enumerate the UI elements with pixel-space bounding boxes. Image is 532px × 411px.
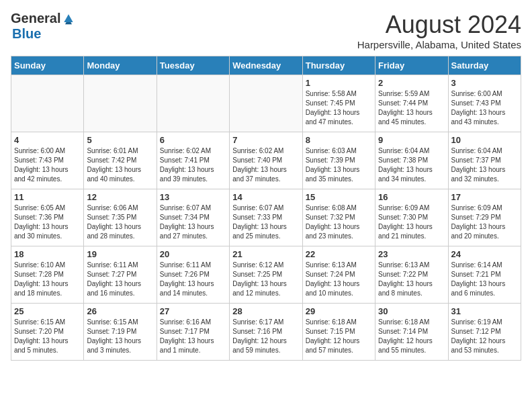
day-number: 19 (87, 249, 153, 259)
page-header: General Blue August 2024 Harpersville, A… (11, 11, 521, 50)
calendar-cell (11, 75, 84, 132)
location: Harpersville, Alabama, United States (357, 39, 521, 50)
day-info: Sunrise: 6:18 AMSunset: 7:15 PMDaylight:… (306, 318, 372, 355)
day-info: Sunrise: 5:59 AMSunset: 7:44 PMDaylight:… (378, 89, 445, 127)
calendar-cell: 17Sunrise: 6:09 AMSunset: 7:29 PMDayligh… (448, 189, 521, 246)
logo-general-text: General (11, 11, 60, 26)
svg-marker-0 (64, 14, 73, 22)
logo-icon (62, 12, 75, 26)
weekday-header-wednesday: Wednesday (230, 56, 302, 75)
calendar-cell: 14Sunrise: 6:07 AMSunset: 7:33 PMDayligh… (230, 189, 302, 246)
calendar-cell: 3Sunrise: 6:00 AMSunset: 7:43 PMDaylight… (448, 75, 521, 132)
weekday-header-thursday: Thursday (302, 56, 375, 75)
day-number: 10 (451, 135, 518, 145)
week-row-5: 25Sunrise: 6:15 AMSunset: 7:20 PMDayligh… (11, 304, 521, 361)
calendar-cell: 15Sunrise: 6:08 AMSunset: 7:32 PMDayligh… (302, 189, 375, 246)
calendar-cell: 5Sunrise: 6:01 AMSunset: 7:42 PMDaylight… (84, 132, 157, 189)
day-number: 9 (378, 135, 445, 145)
weekday-header-row: SundayMondayTuesdayWednesdayThursdayFrid… (11, 56, 521, 75)
day-info: Sunrise: 6:10 AMSunset: 7:28 PMDaylight:… (14, 261, 81, 298)
day-number: 28 (232, 306, 299, 316)
day-number: 1 (306, 78, 372, 88)
svg-marker-1 (65, 22, 72, 24)
day-info: Sunrise: 6:05 AMSunset: 7:36 PMDaylight:… (14, 203, 81, 241)
day-number: 3 (451, 78, 518, 88)
day-info: Sunrise: 6:12 AMSunset: 7:25 PMDaylight:… (232, 261, 299, 298)
day-number: 6 (160, 135, 226, 145)
logo-blue-text: Blue (12, 26, 41, 42)
calendar-cell: 26Sunrise: 6:15 AMSunset: 7:19 PMDayligh… (84, 304, 157, 361)
day-number: 20 (160, 249, 226, 259)
calendar-cell: 23Sunrise: 6:13 AMSunset: 7:22 PMDayligh… (375, 246, 448, 304)
day-number: 16 (378, 192, 445, 202)
day-info: Sunrise: 6:09 AMSunset: 7:30 PMDaylight:… (378, 203, 445, 241)
weekday-header-saturday: Saturday (448, 56, 521, 75)
day-number: 13 (160, 192, 226, 202)
day-number: 8 (306, 135, 372, 145)
weekday-header-tuesday: Tuesday (157, 56, 229, 75)
weekday-header-monday: Monday (84, 56, 157, 75)
day-info: Sunrise: 6:11 AMSunset: 7:27 PMDaylight:… (87, 261, 153, 298)
day-number: 29 (306, 306, 372, 316)
calendar-cell: 7Sunrise: 6:02 AMSunset: 7:40 PMDaylight… (230, 132, 302, 189)
calendar-cell: 24Sunrise: 6:14 AMSunset: 7:21 PMDayligh… (448, 246, 521, 304)
calendar-table: SundayMondayTuesdayWednesdayThursdayFrid… (11, 56, 521, 361)
day-info: Sunrise: 6:04 AMSunset: 7:37 PMDaylight:… (451, 146, 518, 184)
day-info: Sunrise: 6:02 AMSunset: 7:40 PMDaylight:… (232, 146, 299, 184)
week-row-4: 18Sunrise: 6:10 AMSunset: 7:28 PMDayligh… (11, 246, 521, 304)
day-number: 15 (306, 192, 372, 202)
logo: General Blue (11, 11, 75, 42)
day-info: Sunrise: 6:11 AMSunset: 7:26 PMDaylight:… (160, 261, 226, 298)
calendar-cell: 28Sunrise: 6:17 AMSunset: 7:16 PMDayligh… (230, 304, 302, 361)
calendar-cell: 31Sunrise: 6:19 AMSunset: 7:12 PMDayligh… (448, 304, 521, 361)
calendar-cell: 25Sunrise: 6:15 AMSunset: 7:20 PMDayligh… (11, 304, 84, 361)
day-info: Sunrise: 6:04 AMSunset: 7:38 PMDaylight:… (378, 146, 445, 184)
day-number: 12 (87, 192, 153, 202)
day-number: 23 (378, 249, 445, 259)
calendar-cell: 4Sunrise: 6:00 AMSunset: 7:43 PMDaylight… (11, 132, 84, 189)
day-number: 26 (87, 306, 153, 316)
day-number: 5 (87, 135, 153, 145)
day-number: 30 (378, 306, 445, 316)
day-number: 18 (14, 249, 81, 259)
week-row-3: 11Sunrise: 6:05 AMSunset: 7:36 PMDayligh… (11, 189, 521, 246)
month-title: August 2024 (357, 11, 521, 39)
calendar-cell: 13Sunrise: 6:07 AMSunset: 7:34 PMDayligh… (157, 189, 229, 246)
weekday-header-friday: Friday (375, 56, 448, 75)
day-info: Sunrise: 6:13 AMSunset: 7:24 PMDaylight:… (306, 261, 372, 298)
day-info: Sunrise: 6:13 AMSunset: 7:22 PMDaylight:… (378, 261, 445, 298)
weekday-header-sunday: Sunday (11, 56, 84, 75)
calendar-cell: 20Sunrise: 6:11 AMSunset: 7:26 PMDayligh… (157, 246, 229, 304)
day-info: Sunrise: 6:19 AMSunset: 7:12 PMDaylight:… (451, 318, 518, 355)
week-row-2: 4Sunrise: 6:00 AMSunset: 7:43 PMDaylight… (11, 132, 521, 189)
day-info: Sunrise: 5:58 AMSunset: 7:45 PMDaylight:… (306, 89, 372, 127)
day-number: 11 (14, 192, 81, 202)
day-info: Sunrise: 6:08 AMSunset: 7:32 PMDaylight:… (306, 203, 372, 241)
day-number: 7 (232, 135, 299, 145)
day-number: 24 (451, 249, 518, 259)
day-info: Sunrise: 6:07 AMSunset: 7:34 PMDaylight:… (160, 203, 226, 241)
day-info: Sunrise: 6:16 AMSunset: 7:17 PMDaylight:… (160, 318, 226, 355)
day-number: 14 (232, 192, 299, 202)
day-info: Sunrise: 6:18 AMSunset: 7:14 PMDaylight:… (378, 318, 445, 355)
calendar-cell (230, 75, 302, 132)
calendar-cell: 12Sunrise: 6:06 AMSunset: 7:35 PMDayligh… (84, 189, 157, 246)
calendar-cell: 2Sunrise: 5:59 AMSunset: 7:44 PMDaylight… (375, 75, 448, 132)
day-info: Sunrise: 6:15 AMSunset: 7:20 PMDaylight:… (14, 318, 81, 355)
calendar-cell: 27Sunrise: 6:16 AMSunset: 7:17 PMDayligh… (157, 304, 229, 361)
calendar-cell: 18Sunrise: 6:10 AMSunset: 7:28 PMDayligh… (11, 246, 84, 304)
day-number: 2 (378, 78, 445, 88)
day-info: Sunrise: 6:01 AMSunset: 7:42 PMDaylight:… (87, 146, 153, 184)
day-info: Sunrise: 6:09 AMSunset: 7:29 PMDaylight:… (451, 203, 518, 241)
calendar-cell: 30Sunrise: 6:18 AMSunset: 7:14 PMDayligh… (375, 304, 448, 361)
calendar-cell: 6Sunrise: 6:02 AMSunset: 7:41 PMDaylight… (157, 132, 229, 189)
day-info: Sunrise: 6:03 AMSunset: 7:39 PMDaylight:… (306, 146, 372, 184)
calendar-cell: 1Sunrise: 5:58 AMSunset: 7:45 PMDaylight… (302, 75, 375, 132)
day-info: Sunrise: 6:17 AMSunset: 7:16 PMDaylight:… (232, 318, 299, 355)
calendar-cell: 16Sunrise: 6:09 AMSunset: 7:30 PMDayligh… (375, 189, 448, 246)
day-number: 25 (14, 306, 81, 316)
day-number: 17 (451, 192, 518, 202)
calendar-cell: 22Sunrise: 6:13 AMSunset: 7:24 PMDayligh… (302, 246, 375, 304)
day-number: 27 (160, 306, 226, 316)
calendar-cell: 19Sunrise: 6:11 AMSunset: 7:27 PMDayligh… (84, 246, 157, 304)
